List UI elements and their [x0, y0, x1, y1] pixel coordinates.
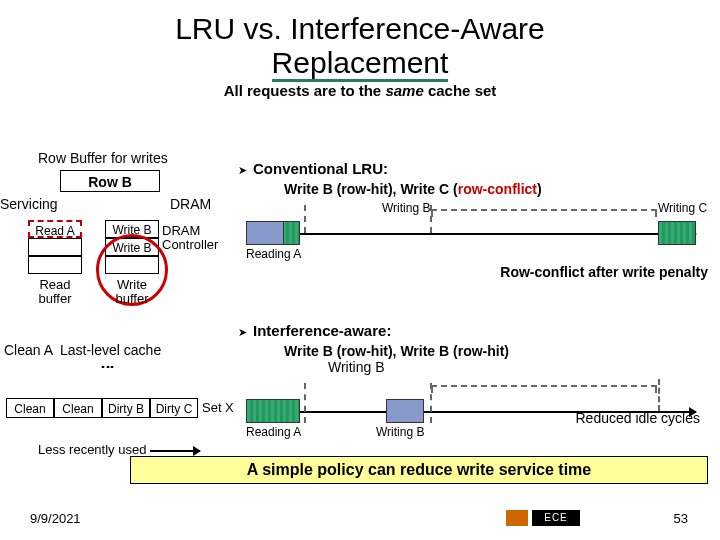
- writing-c-bar: [658, 221, 696, 245]
- ut-logo-icon: [506, 510, 528, 526]
- penalty-label: Row-conflict after write penalty: [500, 264, 708, 280]
- page-number: 53: [674, 511, 688, 526]
- ia-reading-a-bar: [246, 399, 300, 423]
- read-a-cell: Read A: [28, 220, 82, 238]
- servicing-label: Servicing: [0, 196, 58, 212]
- bullet-icon: ➤: [238, 164, 247, 177]
- writing-b-label: Writing B: [382, 201, 430, 215]
- set-x-label: Set X: [202, 400, 234, 415]
- llc-cell-3: Dirty C: [150, 398, 198, 418]
- llc-cell-2: Dirty B: [102, 398, 150, 418]
- llc-cell-1: Clean: [54, 398, 102, 418]
- row-b-box: Row B: [60, 170, 160, 192]
- lru-subtext: Write B (row-hit), Write C (row-conflict…: [284, 181, 718, 197]
- ia-writing-b-label: Writing B: [376, 425, 424, 439]
- ia-heading: Interference-aware:: [253, 322, 391, 339]
- row-buffer-label: Row Buffer for writes: [38, 150, 168, 166]
- slide-subheader: All requests are to the same cache set: [0, 82, 720, 99]
- lru-direction-label: Less recently used: [38, 442, 146, 457]
- read-buffer-grid: Read A: [28, 220, 82, 274]
- reading-a-label: Reading A: [246, 247, 301, 261]
- slide-title: LRU vs. Interference-Aware Replacement: [0, 0, 720, 82]
- ece-logo: ECE: [532, 510, 580, 526]
- lru-arrow-icon: [150, 450, 200, 452]
- ia-timeline: Reading A Writing B: [246, 377, 718, 435]
- dram-label: DRAM: [170, 196, 211, 212]
- conventional-lru-block: ➤ Conventional LRU: Write B (row-hit), W…: [238, 160, 718, 257]
- lru-heading: Conventional LRU:: [253, 160, 388, 177]
- writing-b-bar: [246, 221, 284, 245]
- conclusion-banner: A simple policy can reduce write service…: [130, 456, 708, 484]
- reduced-cycles-label: Reduced idle cycles: [575, 410, 700, 426]
- lru-timeline: Writing B Writing C Reading A: [246, 199, 718, 257]
- ia-writing-b-bar: [386, 399, 424, 423]
- read-buffer-label: Readbuffer: [28, 278, 82, 306]
- write-buffer-label: Writebuffer: [105, 278, 159, 306]
- writing-c-label: Writing C: [658, 201, 707, 215]
- llc-cell-0: Clean: [6, 398, 54, 418]
- bullet-icon: ➤: [238, 326, 247, 339]
- ia-reading-a-label: Reading A: [246, 425, 301, 439]
- footer-date: 9/9/2021: [30, 511, 81, 526]
- clean-a-label: Clean A: [4, 342, 53, 358]
- ia-subtext: Write B (row-hit), Write B (row-hit): [284, 343, 718, 359]
- ia-writing-b-top: Writing B: [328, 359, 718, 375]
- dram-controller-label: DRAMController: [162, 224, 218, 252]
- vertical-dots-icon: ⋮: [100, 360, 116, 390]
- llc-set-row: Clean Clean Dirty B Dirty C: [6, 398, 198, 418]
- llc-label: Last-level cache: [60, 342, 161, 358]
